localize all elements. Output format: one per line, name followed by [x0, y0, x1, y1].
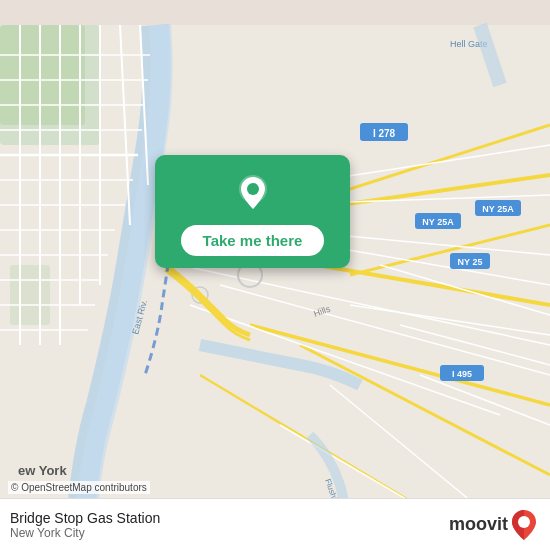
svg-text:NY 25A: NY 25A	[482, 204, 514, 214]
moovit-logo: moovit	[449, 508, 538, 542]
svg-rect-3	[10, 265, 50, 325]
svg-rect-2	[0, 25, 85, 125]
svg-text:I 278: I 278	[373, 128, 396, 139]
svg-text:I 495: I 495	[452, 369, 472, 379]
svg-text:NY 25A: NY 25A	[422, 217, 454, 227]
location-info: Bridge Stop Gas Station New York City	[10, 510, 160, 540]
svg-text:NY 25: NY 25	[458, 257, 483, 267]
location-city: New York City	[10, 526, 160, 540]
bottom-bar: Bridge Stop Gas Station New York City mo…	[0, 498, 550, 550]
moovit-pin-icon	[510, 508, 538, 542]
popup-card: Take me there	[155, 155, 350, 268]
svg-point-62	[247, 183, 259, 195]
moovit-text: moovit	[449, 514, 508, 535]
location-name: Bridge Stop Gas Station	[10, 510, 160, 526]
map-container: I 278 NY 25A NY 25A NY 25 I 495 East Riv…	[0, 0, 550, 550]
take-me-there-button[interactable]: Take me there	[181, 225, 325, 256]
svg-text:ew York: ew York	[18, 463, 67, 478]
map-attribution: © OpenStreetMap contributors	[8, 481, 150, 494]
location-pin-icon	[231, 171, 275, 215]
svg-point-63	[518, 516, 530, 528]
